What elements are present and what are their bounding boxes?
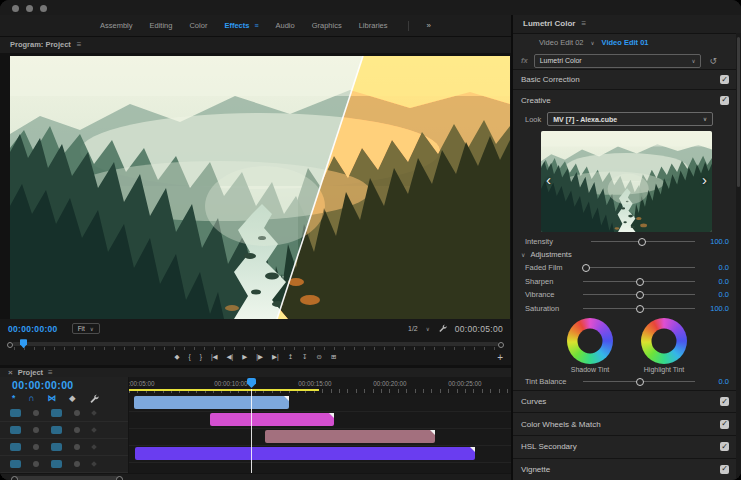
- track-sync-toggle[interactable]: [33, 461, 39, 467]
- lift-icon[interactable]: ↥: [288, 354, 293, 361]
- video-clip[interactable]: [210, 413, 334, 426]
- track-target-toggle[interactable]: [51, 409, 62, 417]
- close-icon[interactable]: ×: [8, 368, 13, 377]
- slider-thumb[interactable]: [636, 378, 644, 386]
- track-option-toggle[interactable]: [91, 461, 97, 467]
- panel-menu-icon[interactable]: ≡: [77, 40, 82, 49]
- mark-in-icon[interactable]: {: [189, 354, 191, 361]
- track-target-toggle[interactable]: [51, 460, 62, 468]
- track-lock-toggle[interactable]: [10, 409, 21, 417]
- highlight-tint-color-wheel[interactable]: [641, 318, 687, 364]
- window-minimize-button[interactable]: [26, 5, 33, 12]
- workspace-tab-assembly[interactable]: Assembly: [100, 21, 133, 30]
- track-sync-toggle[interactable]: [33, 410, 39, 416]
- track-target-toggle[interactable]: [51, 443, 62, 451]
- track-sync-toggle[interactable]: [33, 444, 39, 450]
- track-lane-2[interactable]: [129, 412, 511, 429]
- workspace-overflow-icon[interactable]: »: [426, 21, 430, 30]
- playback-resolution-dropdown[interactable]: 1/2: [408, 325, 418, 332]
- shadow-tint-color-wheel[interactable]: [567, 318, 613, 364]
- workspace-tab-audio[interactable]: Audio: [276, 21, 295, 30]
- clip-tab-video-edit-02[interactable]: Video Edit 02: [539, 38, 583, 47]
- settings-wrench-icon[interactable]: [89, 394, 99, 404]
- track-lane-4[interactable]: [129, 446, 511, 463]
- add-marker-icon[interactable]: ◆: [175, 354, 180, 361]
- workspace-tab-libraries[interactable]: Libraries: [359, 21, 388, 30]
- slider-thumb[interactable]: [636, 278, 644, 286]
- reset-icon[interactable]: ↺: [709, 56, 717, 66]
- window-zoom-button[interactable]: [40, 5, 47, 12]
- track-lane-1[interactable]: [129, 395, 511, 412]
- track-lock-toggle[interactable]: [10, 443, 21, 451]
- track-lock-toggle[interactable]: [10, 426, 21, 434]
- add-button-icon[interactable]: +: [497, 352, 503, 363]
- video-clip[interactable]: [135, 447, 475, 460]
- creative-checkbox[interactable]: ✓: [720, 96, 729, 105]
- work-area-bar[interactable]: [129, 389, 319, 391]
- extract-icon[interactable]: ↧: [302, 354, 307, 361]
- workspace-tab-color[interactable]: Color: [189, 21, 207, 30]
- tint-balance-value[interactable]: 0.0: [701, 377, 729, 386]
- program-scrubber[interactable]: [6, 338, 505, 350]
- color-wheels-match-checkbox[interactable]: ✓: [720, 420, 729, 429]
- track-sync-toggle[interactable]: [33, 427, 39, 433]
- window-close-button[interactable]: [12, 5, 19, 12]
- workspace-tab-effects[interactable]: Effects: [224, 21, 249, 30]
- workspace-tab-graphics[interactable]: Graphics: [312, 21, 342, 30]
- section-curves[interactable]: Curves ✓: [513, 390, 741, 413]
- video-clip[interactable]: [134, 396, 289, 409]
- saturation-value[interactable]: 100.0: [701, 304, 729, 313]
- program-viewer[interactable]: [0, 53, 511, 320]
- slider-thumb[interactable]: [636, 305, 644, 313]
- section-hsl-secondary[interactable]: HSL Secondary ✓: [513, 435, 741, 458]
- tint-balance-slider[interactable]: [583, 378, 695, 385]
- look-dropdown[interactable]: MV [7] - Alexa.cube ∨: [547, 112, 713, 126]
- track-option-toggle[interactable]: [91, 410, 97, 416]
- slider-thumb[interactable]: [636, 291, 644, 299]
- linked-selection-icon[interactable]: ⋈: [47, 394, 56, 403]
- timeline-timecode[interactable]: 00:00:00:00: [0, 377, 128, 391]
- intensity-slider[interactable]: [591, 238, 695, 245]
- faded-film-slider[interactable]: [583, 264, 695, 271]
- timeline-track-area[interactable]: 00:00:05:0000:00:10:0000:00:15:0000:00:2…: [129, 377, 511, 473]
- workspace-tab-editing[interactable]: Editing: [150, 21, 173, 30]
- previous-look-arrow-icon[interactable]: ‹: [546, 172, 551, 189]
- clip-tab-video-edit-01[interactable]: Video Edit 01: [602, 38, 649, 47]
- panel-menu-icon[interactable]: ≡: [581, 19, 586, 28]
- scrollbar-handle-right[interactable]: [116, 476, 123, 480]
- vibrance-value[interactable]: 0.0: [701, 290, 729, 299]
- effect-selector-dropdown[interactable]: Lumetri Color ∨: [534, 54, 702, 68]
- track-mute-toggle[interactable]: [74, 461, 80, 467]
- scrubber-track[interactable]: [12, 342, 499, 346]
- timeline-ruler[interactable]: 00:00:05:0000:00:10:0000:00:15:0000:00:2…: [129, 377, 511, 389]
- settings-wrench-icon[interactable]: [438, 324, 447, 333]
- go-to-in-icon[interactable]: |◀: [211, 354, 218, 361]
- track-target-toggle[interactable]: [51, 426, 62, 434]
- scrubber-start-handle[interactable]: [7, 342, 13, 348]
- section-vignette[interactable]: Vignette ✓: [513, 458, 741, 480]
- track-lock-toggle[interactable]: [10, 460, 21, 468]
- lumetri-scrollbar[interactable]: [736, 33, 741, 480]
- vibrance-slider[interactable]: [583, 291, 695, 298]
- program-current-timecode[interactable]: 00:00:00:00: [8, 324, 58, 334]
- faded-film-value[interactable]: 0.0: [701, 263, 729, 272]
- slider-thumb[interactable]: [582, 264, 590, 272]
- add-marker-icon[interactable]: ◆: [69, 394, 76, 403]
- slider-thumb[interactable]: [638, 238, 646, 246]
- snap-icon[interactable]: ∩: [28, 394, 34, 403]
- track-mute-toggle[interactable]: [74, 427, 80, 433]
- sharpen-value[interactable]: 0.0: [701, 277, 729, 286]
- hsl-secondary-checkbox[interactable]: ✓: [720, 442, 729, 451]
- go-to-out-icon[interactable]: ▶|: [272, 354, 279, 361]
- section-color-wheels-match[interactable]: Color Wheels & Match ✓: [513, 412, 741, 435]
- timeline-scrollbar[interactable]: [0, 473, 511, 480]
- scrollbar-handle-left[interactable]: [11, 476, 18, 480]
- timeline-tab-title[interactable]: Project: [18, 368, 43, 377]
- track-option-toggle[interactable]: [91, 427, 97, 433]
- track-mute-toggle[interactable]: [74, 444, 80, 450]
- export-frame-icon[interactable]: ⊙: [317, 354, 322, 361]
- step-forward-icon[interactable]: |▶: [256, 354, 263, 361]
- scrollbar-thumb[interactable]: [737, 37, 740, 187]
- look-preview-thumbnail[interactable]: ‹ ›: [541, 131, 712, 233]
- curves-checkbox[interactable]: ✓: [720, 397, 729, 406]
